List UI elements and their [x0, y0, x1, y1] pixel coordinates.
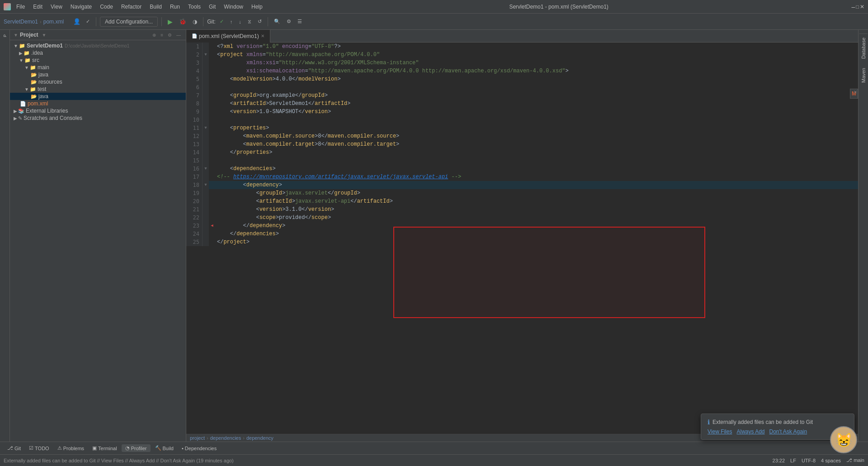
- git-undo-button[interactable]: ↺: [255, 17, 264, 26]
- project-panel-locate-btn[interactable]: ⊕: [151, 32, 157, 38]
- tree-item-java-test[interactable]: 📂 java: [10, 93, 186, 100]
- code-line-20: 20 <artifactId>javax.servlet-api</artifa…: [186, 197, 861, 205]
- folder-icon-test: 📁: [30, 86, 36, 92]
- menu-edit[interactable]: Edit: [29, 3, 46, 11]
- project-dropdown-icon[interactable]: ▼: [42, 33, 47, 38]
- window-controls: – □ ✕: [852, 3, 864, 10]
- breadcrumb-project: ServletDemo1: [4, 19, 38, 25]
- tree-item-scratches[interactable]: ▶ ✎ Scratches and Consoles: [10, 114, 186, 122]
- run-with-coverage-button[interactable]: ◑: [190, 17, 199, 26]
- project-panel-header: ▼ Project ▼ ⊕ ≡ ⚙ —: [10, 30, 186, 40]
- tree-item-root[interactable]: ▼ 📁 ServletDemo1 D:\code\Java\bite\Servl…: [10, 42, 186, 49]
- tree-item-external-libs[interactable]: ▶ 📚 External Libraries: [10, 107, 186, 114]
- folder-icon-java: 📂: [31, 72, 37, 78]
- tree-item-pom[interactable]: 📄 pom.xml: [10, 100, 186, 107]
- code-line-12: 12 <maven.compiler.source>8</maven.compi…: [186, 132, 861, 140]
- breadcrumb-dependency-link[interactable]: dependency: [246, 435, 274, 441]
- menu-git[interactable]: Git: [205, 3, 219, 11]
- project-strip-btn[interactable]: P: [1, 32, 9, 40]
- folder-icon-src: 📁: [24, 57, 31, 63]
- tree-item-idea[interactable]: ▶ 📁 .idea: [10, 49, 186, 57]
- fold-icon-18[interactable]: ▼: [204, 181, 207, 189]
- tree-item-main[interactable]: ▼ 📁 main: [10, 64, 186, 71]
- menu-view[interactable]: View: [47, 3, 66, 11]
- menu-file[interactable]: File: [13, 3, 28, 11]
- bottom-tab-todo[interactable]: ☑ TODO: [25, 444, 53, 452]
- git-pull-button[interactable]: ↓: [236, 18, 244, 26]
- project-panel-collapse-btn[interactable]: ≡: [159, 32, 165, 38]
- menu-tools[interactable]: Tools: [184, 3, 204, 11]
- git-tab-label: Git: [14, 446, 21, 451]
- status-spaces[interactable]: 4 spaces: [821, 458, 841, 463]
- status-message: Externally added files can be added to G…: [4, 458, 773, 463]
- tree-item-resources[interactable]: 📂 resources: [10, 78, 186, 86]
- debug-button[interactable]: 🐞: [177, 17, 189, 26]
- search-everywhere-button[interactable]: 🔍: [272, 17, 283, 26]
- run-button[interactable]: ▶: [165, 17, 175, 27]
- notification-dont-ask-link[interactable]: Don't Ask Again: [769, 428, 807, 435]
- resources-label: resources: [38, 79, 62, 85]
- project-panel: ▼ Project ▼ ⊕ ≡ ⚙ — ▼ 📁 ServletDemo1 D:\…: [10, 30, 186, 442]
- maven-panel-label[interactable]: Maven: [859, 64, 868, 86]
- maven-close-icon[interactable]: ✕: [854, 90, 857, 95]
- menu-refactor[interactable]: Refactor: [118, 3, 145, 11]
- code-line-24: 24 </dependencies>: [186, 230, 861, 238]
- menu-help[interactable]: Help: [248, 3, 266, 11]
- menu-build[interactable]: Build: [146, 3, 165, 11]
- fold-icon-16[interactable]: ▼: [204, 165, 207, 173]
- menu-code[interactable]: Code: [96, 3, 117, 11]
- git-history-button[interactable]: ⧖: [245, 17, 254, 26]
- updates-button[interactable]: ☰: [295, 17, 304, 26]
- project-panel-minimize-btn[interactable]: —: [175, 32, 182, 38]
- code-line-8: 8 <artifactId>ServletDemo1</artifactId>: [186, 100, 861, 108]
- code-line-22: 22 <scope>provided</scope>: [186, 214, 861, 222]
- menu-navigate[interactable]: Navigate: [67, 3, 95, 11]
- breadcrumb-project-link[interactable]: project: [190, 435, 205, 441]
- project-expand-icon: ▼: [14, 33, 18, 38]
- bottom-tab-git[interactable]: ⎇ Git: [4, 444, 24, 452]
- maximize-button[interactable]: □: [856, 3, 859, 10]
- minimize-button[interactable]: –: [852, 3, 855, 10]
- status-lf[interactable]: LF: [790, 458, 796, 463]
- maven-floating-btn[interactable]: M ✕: [850, 89, 858, 99]
- tree-item-java[interactable]: 📂 java: [10, 71, 186, 78]
- main-label: main: [38, 64, 49, 71]
- settings-button[interactable]: ⚙: [284, 17, 293, 26]
- java-test-label: java: [38, 93, 48, 100]
- breadcrumb-dependencies-link[interactable]: dependencies: [210, 435, 241, 441]
- fold-icon-2[interactable]: ▼: [204, 51, 207, 59]
- tree-item-test[interactable]: ▼ 📁 test: [10, 86, 186, 93]
- editor-tab-pom[interactable]: 📄 pom.xml (ServletDemo1) ✕: [186, 30, 270, 43]
- bottom-tab-terminal[interactable]: ▣ Terminal: [89, 444, 121, 452]
- database-panel-label[interactable]: Database: [859, 33, 868, 62]
- problems-tab-label: Problems: [63, 446, 84, 451]
- profile-button[interactable]: 👤: [71, 17, 83, 26]
- notification-view-files-link[interactable]: View Files: [708, 428, 732, 435]
- project-panel-title: Project: [20, 32, 38, 38]
- bottom-tab-dependencies[interactable]: • Dependencies: [178, 445, 220, 452]
- git-push-button[interactable]: ↑: [228, 18, 235, 26]
- status-line-col[interactable]: 23:22: [773, 458, 785, 463]
- notification-always-add-link[interactable]: Always Add: [736, 428, 764, 435]
- add-configuration-button[interactable]: Add Configuration...: [100, 17, 158, 27]
- dependencies-tab-label: Dependencies: [185, 446, 217, 451]
- toolbar-btn-1[interactable]: ✓: [84, 17, 92, 26]
- bottom-tab-build[interactable]: 🔨 Build: [151, 444, 177, 452]
- status-charset[interactable]: UTF-8: [802, 458, 816, 463]
- root-path: D:\code\Java\bite\ServletDemo1: [65, 43, 129, 48]
- terminal-tab-icon: ▣: [92, 445, 97, 451]
- mvn-repo-link[interactable]: https://mvnrepository.com/artifact/javax…: [233, 174, 448, 180]
- code-editor[interactable]: 1 <?xml version="1.0" encoding="UTF-8"?>…: [186, 43, 868, 434]
- menu-window[interactable]: Window: [220, 3, 247, 11]
- tree-item-src[interactable]: ▼ 📁 src: [10, 57, 186, 64]
- fold-icon-11[interactable]: ▼: [204, 124, 207, 132]
- bottom-tab-profiler[interactable]: ◔ Profiler: [122, 444, 151, 452]
- git-check-button[interactable]: ✓: [217, 17, 226, 26]
- tab-close-icon[interactable]: ✕: [261, 33, 264, 38]
- status-git-branch[interactable]: ⎇ main: [846, 457, 864, 463]
- bottom-tab-problems[interactable]: ⚠ Problems: [54, 444, 88, 452]
- project-panel-settings-btn[interactable]: ⚙: [166, 32, 173, 38]
- idea-label: .idea: [31, 50, 43, 56]
- close-button[interactable]: ✕: [860, 3, 864, 10]
- menu-run[interactable]: Run: [166, 3, 184, 11]
